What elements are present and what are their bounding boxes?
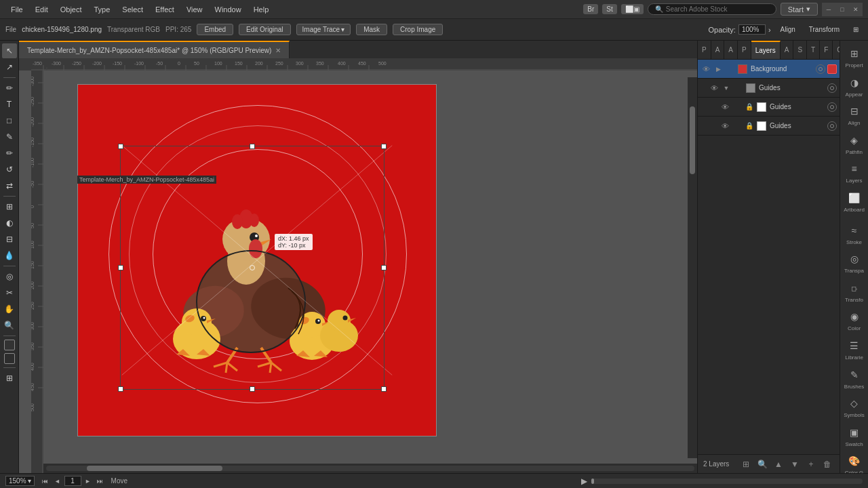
tool-gradient[interactable]: ◐ [2,216,17,230]
crop-image-button[interactable]: Crop Image [393,24,443,35]
layer-row-guides-parent[interactable]: 👁 ▼ Guides [698,79,840,98]
scroll-thumb-horizontal[interactable] [87,466,222,471]
tool-direct-select[interactable]: ↗ [2,60,17,75]
vertical-scrollbar[interactable] [688,77,697,458]
panel-artboards[interactable]: ⬜ Artboard [842,188,867,216]
tool-paintbrush[interactable]: ✎ [2,129,17,144]
panel-stroke[interactable]: ≈ Stroke [842,220,867,249]
layer-expand-guides-parent[interactable]: ▼ [722,83,731,93]
layer-lock-guides-parent[interactable] [733,83,744,94]
layer-target-guides-parent[interactable] [827,83,837,93]
layers-move-up-button[interactable]: ▲ [772,458,785,471]
panel-properties[interactable]: ⊞ Propert [842,43,867,72]
touch-button[interactable]: ⊞ [849,24,863,35]
image-trace-button[interactable]: Image Trace ▾ [296,24,351,35]
tool-type[interactable]: T [2,97,17,112]
tool-slice[interactable]: ✂ [2,285,17,300]
layer-visibility-background[interactable]: 👁 [701,64,711,75]
panel-swatches[interactable]: ▣ Swatch [842,422,867,451]
panel-tab-p2[interactable]: P [738,41,751,60]
layers-new-layer-button[interactable]: + [804,458,818,471]
menu-type[interactable]: Type [89,4,116,15]
panel-brushes[interactable]: ✎ Brushes [842,365,867,393]
canvas-viewport[interactable]: dX: 1.46 px dY: -10 px Template-Merch_by… [43,70,697,473]
layer-lock-background[interactable] [725,64,736,75]
tab-close-button[interactable]: ✕ [275,47,281,54]
play-button[interactable]: ▶ [581,476,587,486]
mask-button[interactable]: Mask [356,24,387,35]
layer-expand-guides-1[interactable] [732,102,742,112]
menu-help[interactable]: Help [248,4,275,15]
next-page-button[interactable]: ► [83,476,94,487]
edit-original-button[interactable]: Edit Original [239,24,290,35]
search-bar[interactable]: 🔍 [648,3,776,15]
layer-visibility-guides-parent[interactable]: 👁 [709,83,719,94]
layer-visibility-guides-1[interactable]: 👁 [719,102,730,113]
expand-icon[interactable]: › [768,26,771,34]
panel-tab-a1[interactable]: A [711,41,725,60]
panel-symbols[interactable]: ◇ Symbols [842,393,867,422]
panel-tab-f[interactable]: F [820,41,833,60]
layer-visibility-guides-2[interactable]: 👁 [719,121,730,131]
tool-mesh[interactable]: ⊟ [2,232,17,247]
panel-tab-s[interactable]: S [793,41,807,60]
selection-handle-bl[interactable] [118,386,123,392]
panel-libraries[interactable]: ☰ Librarie [842,336,867,364]
minimize-button[interactable]: ─ [822,3,835,16]
layer-target-guides-2[interactable] [827,121,837,131]
opacity-value[interactable]: 100% [738,24,766,35]
layer-row-guides-1[interactable]: 👁 🔒 Guides [698,98,840,117]
panel-tab-layers[interactable]: Layers [751,41,781,60]
canvas-tab[interactable]: Template-Merch_by_AMZN-Popsocket-485x485… [19,41,290,58]
menu-window[interactable]: Window [210,4,247,15]
menu-edit[interactable]: Edit [30,4,54,15]
selection-handle-br[interactable] [381,386,387,392]
tool-zoom[interactable]: 🔍 [2,318,17,333]
panel-tab-a2[interactable]: A [724,41,738,60]
tool-blend[interactable]: ⊞ [2,199,17,214]
selection-handle-tl[interactable] [118,144,123,149]
menu-object[interactable]: Object [55,4,87,15]
first-page-button[interactable]: ⏮ [40,476,51,487]
tool-select[interactable]: ↖ [2,43,17,58]
panel-color[interactable]: ◉ Color [842,306,867,335]
selection-handle-tr[interactable] [381,144,387,149]
layers-delete-button[interactable]: 🗑 [821,458,834,471]
scroll-thumb-vertical[interactable] [690,106,695,174]
embed-button[interactable]: Embed [197,24,233,35]
panel-tab-c[interactable]: C [833,41,840,60]
arrange-button[interactable]: ⬜▣ [621,4,644,14]
panel-pathfinder[interactable]: ◈ Pathfin [842,130,867,159]
stroke-color[interactable] [4,353,15,364]
panel-tab-p1[interactable]: P [698,41,711,60]
bridge-button[interactable]: Br [583,4,598,14]
panel-tab-a3[interactable]: A [781,41,794,60]
tool-eyedropper[interactable]: 💧 [2,248,17,263]
screen-mode[interactable]: ⊞ [2,371,17,386]
timeline-track[interactable] [591,479,863,484]
stock-button[interactable]: St [602,4,616,14]
page-number-input[interactable] [64,476,81,486]
tool-pencil[interactable]: ✏ [2,146,17,161]
tool-shape[interactable]: □ [2,113,17,128]
panel-transparency[interactable]: ◎ Transpa [842,249,867,277]
horizontal-scrollbar[interactable] [43,464,697,473]
tool-reflect[interactable]: ⇄ [2,178,17,193]
panel-tab-t[interactable]: T [807,41,820,60]
panel-align[interactable]: ⊟ Align [842,101,867,129]
layers-move-down-button[interactable]: ▼ [788,458,802,471]
layers-search-button[interactable]: 🔍 [755,458,769,471]
layer-row-guides-2[interactable]: 👁 🔒 Guides [698,117,840,136]
panel-appearance[interactable]: ◑ Appear [842,73,867,101]
layer-lock-guides-2[interactable]: 🔒 [744,121,755,131]
layers-make-sublayer-button[interactable]: ⊞ [739,458,753,471]
tool-pen[interactable]: ✏ [2,81,17,96]
layer-target-background[interactable] [816,64,825,74]
panel-layers-side[interactable]: ≡ Layers [842,159,867,187]
panel-transform[interactable]: ⟥ Transfo [842,278,867,306]
menu-view[interactable]: View [181,4,208,15]
close-button[interactable]: ✕ [849,3,863,16]
tool-rotate[interactable]: ↺ [2,162,17,177]
align-button[interactable]: Align [776,24,800,35]
tool-hand[interactable]: ✋ [2,302,17,317]
